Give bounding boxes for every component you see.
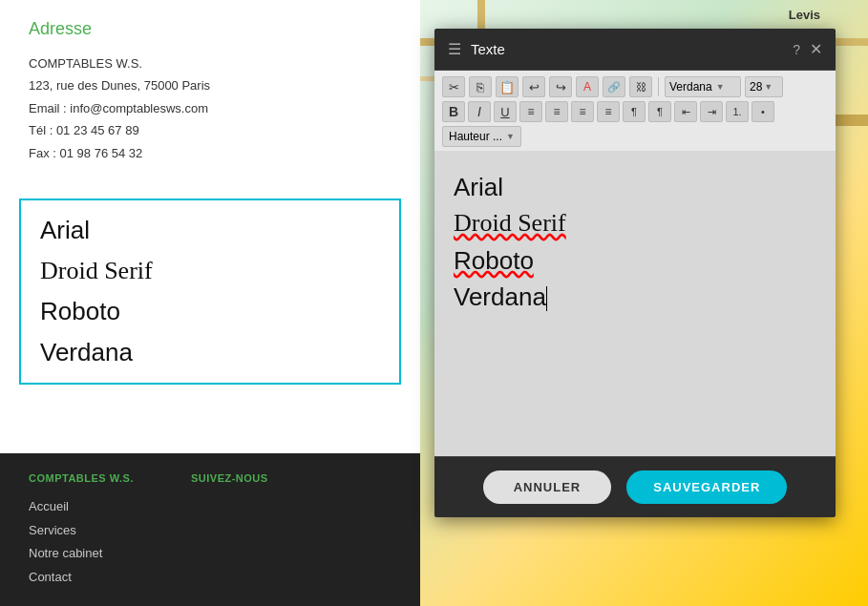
sauvegarder-button[interactable]: SAUVEGARDER	[626, 470, 787, 504]
paste-button[interactable]: 📋	[496, 76, 519, 97]
footer: COMPTABLES W.S. Accueil Services Notre c…	[0, 453, 420, 606]
editor-line-arial: Arial	[454, 170, 816, 204]
rtl-button[interactable]: ¶	[623, 101, 646, 122]
toolbar: ✂ ⎘ 📋 ↩ ↪ A 🔗 ⛓ Verdana ▼ 28 ▼ B I U ≡ ≡…	[434, 71, 836, 151]
font-item-verdana: Verdana	[40, 332, 380, 373]
underline-button[interactable]: U	[494, 101, 517, 122]
footer-company-title: COMPTABLES W.S.	[29, 472, 134, 484]
footer-col-company: COMPTABLES W.S. Accueil Services Notre c…	[29, 472, 134, 590]
toolbar-row-2: B I U ≡ ≡ ≡ ≡ ¶ ¶ ⇤ ⇥ 1. •	[442, 101, 828, 122]
address-email: Email : info@comptablesws.com	[29, 97, 392, 119]
dialog-header: ☰ Texte ? ✕	[434, 29, 836, 71]
footer-columns: COMPTABLES W.S. Accueil Services Notre c…	[29, 472, 392, 590]
editor-line-verdana: Verdana	[454, 280, 816, 314]
ordered-list-button[interactable]: 1.	[726, 101, 749, 122]
font-family-select[interactable]: Verdana ▼	[665, 76, 741, 97]
address-fax: Fax : 01 98 76 54 32	[29, 142, 392, 164]
editor-line-roboto: Roboto	[454, 243, 816, 278]
undo-button[interactable]: ↩	[522, 76, 545, 97]
height-arrow: ▼	[506, 132, 515, 141]
map-levis-label: Levis	[789, 8, 820, 22]
align-left-button[interactable]: ≡	[519, 101, 542, 122]
cut-button[interactable]: ✂	[442, 76, 465, 97]
unordered-list-button[interactable]: •	[752, 101, 774, 122]
align-right-button[interactable]: ≡	[571, 101, 594, 122]
bold-button[interactable]: B	[442, 101, 465, 122]
height-select[interactable]: Hauteur ... ▼	[442, 126, 521, 147]
unlink-button[interactable]: ⛓	[629, 76, 652, 97]
left-panel: Adresse COMPTABLES W.S. 123, rue des Dun…	[0, 0, 420, 606]
text-cursor	[546, 286, 547, 311]
indent-right-button[interactable]: ⇥	[700, 101, 723, 122]
editor-area[interactable]: Arial Droid Serif Roboto Verdana	[434, 151, 836, 456]
address-tel: Tél : 01 23 45 67 89	[29, 119, 392, 141]
close-icon[interactable]: ✕	[810, 40, 822, 58]
copy-button[interactable]: ⎘	[469, 76, 492, 97]
font-size-value: 28	[750, 80, 762, 94]
help-icon[interactable]: ?	[793, 42, 800, 57]
address-section: Adresse COMPTABLES W.S. 123, rue des Dun…	[0, 0, 420, 183]
font-item-droid: Droid Serif	[40, 251, 380, 291]
italic-button[interactable]: I	[468, 101, 491, 122]
font-size-arrow: ▼	[764, 82, 773, 92]
footer-link-accueil[interactable]: Accueil	[29, 495, 134, 519]
address-company: COMPTABLES W.S.	[29, 52, 392, 74]
ltr-button[interactable]: ¶	[648, 101, 671, 122]
align-center-button[interactable]: ≡	[545, 101, 568, 122]
footer-col-suivez: SUIVEZ-NOUS	[191, 472, 268, 590]
footer-link-contact[interactable]: Contact	[29, 566, 134, 590]
footer-link-cabinet[interactable]: Notre cabinet	[29, 542, 134, 566]
font-family-value: Verdana	[669, 80, 712, 94]
footer-suivez-title: SUIVEZ-NOUS	[191, 472, 268, 484]
menu-icon[interactable]: ☰	[448, 40, 461, 58]
dialog-footer: ANNULER SAUVEGARDER	[434, 456, 836, 517]
redo-button[interactable]: ↪	[549, 76, 572, 97]
toolbar-row-3: Hauteur ... ▼	[442, 126, 828, 147]
font-family-arrow: ▼	[716, 82, 725, 92]
color-button[interactable]: A	[576, 76, 599, 97]
dialog-title: Texte	[471, 41, 793, 57]
separator-1	[658, 77, 659, 96]
font-size-select[interactable]: 28 ▼	[745, 76, 783, 97]
font-item-arial: Arial	[40, 210, 380, 251]
align-justify-button[interactable]: ≡	[597, 101, 620, 122]
footer-link-services[interactable]: Services	[29, 519, 134, 543]
editor-line-droid: Droid Serif	[454, 206, 816, 240]
font-item-roboto: Roboto	[40, 291, 380, 332]
text-dialog: ☰ Texte ? ✕ ✂ ⎘ 📋 ↩ ↪ A 🔗 ⛓ Verdana ▼ 28…	[434, 29, 836, 517]
font-list-box: Arial Droid Serif Roboto Verdana	[19, 199, 401, 385]
height-value: Hauteur ...	[449, 130, 502, 143]
toolbar-row-1: ✂ ⎘ 📋 ↩ ↪ A 🔗 ⛓ Verdana ▼ 28 ▼	[442, 76, 828, 97]
address-street: 123, rue des Dunes, 75000 Paris	[29, 74, 392, 96]
link-button[interactable]: 🔗	[603, 76, 625, 97]
address-title: Adresse	[29, 19, 392, 39]
indent-left-button[interactable]: ⇤	[674, 101, 697, 122]
annuler-button[interactable]: ANNULER	[483, 470, 612, 504]
